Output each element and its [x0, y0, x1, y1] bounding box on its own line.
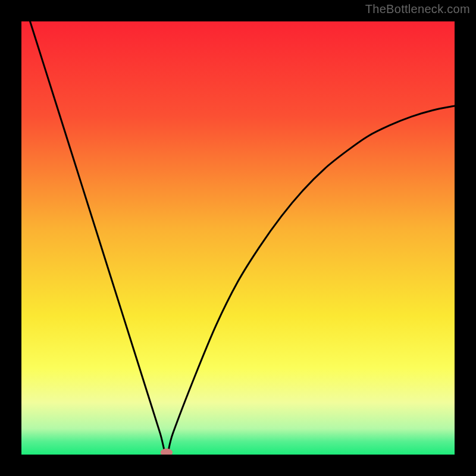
bottleneck-chart [21, 21, 455, 455]
gradient-background [21, 21, 455, 455]
chart-plot-area [21, 21, 455, 455]
watermark-text: TheBottleneck.com [365, 2, 470, 16]
